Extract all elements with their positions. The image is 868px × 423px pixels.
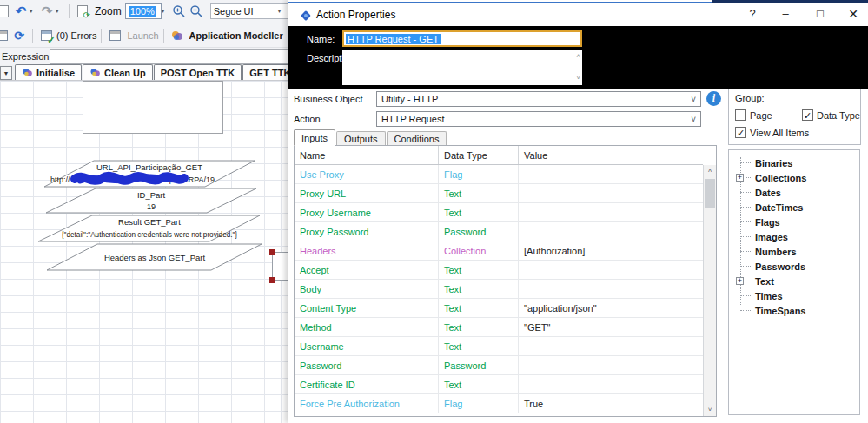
application-modeller-icon[interactable] [169, 27, 186, 44]
table-row[interactable]: Certificate IDText [295, 375, 703, 394]
minimize-button[interactable]: – [775, 4, 796, 23]
sync-icon[interactable]: ⟳ [10, 27, 28, 44]
refresh-page-icon[interactable]: ⟳ [74, 3, 91, 20]
scroll-up-icon[interactable]: ˄ [704, 165, 716, 177]
undo-icon[interactable]: ↶ [12, 3, 30, 20]
help-button[interactable]: ? [742, 4, 763, 23]
table-scrollbar[interactable]: ˄ ˅ [703, 165, 716, 416]
column-name[interactable]: Name [295, 146, 439, 164]
description-textarea[interactable]: ˄ ˅ [342, 50, 582, 85]
scroll-down-icon[interactable]: ˅ [576, 75, 580, 82]
tree-item-timespans[interactable]: TimeSpans [729, 303, 859, 318]
scroll-down-icon[interactable]: ˅ [704, 404, 716, 416]
page-checkbox[interactable] [735, 109, 746, 121]
table-row[interactable]: Content TypeText"application/json" [295, 299, 703, 318]
data-item-idpart[interactable]: ID_Part 19 [46, 188, 256, 213]
cell-value[interactable] [519, 203, 703, 221]
errors-icon[interactable]: ✓ [37, 27, 55, 44]
view-all-items-checkbox[interactable]: ✓ [735, 127, 746, 138]
zoom-out-icon[interactable] [188, 3, 205, 20]
table-row[interactable]: Proxy URLText [295, 184, 703, 203]
expand-icon[interactable]: + [736, 174, 744, 182]
page-tab-clean-up[interactable]: Clean Up [83, 64, 153, 80]
scrollbar-thumb[interactable] [705, 179, 715, 208]
name-input[interactable]: HTTP Request - GET [342, 30, 582, 47]
view-all-items-label[interactable]: View All Items [750, 128, 809, 138]
close-button[interactable]: ✕ [843, 4, 864, 23]
application-modeller-label[interactable]: Application Modeller [189, 30, 283, 41]
cell-value[interactable] [519, 356, 703, 374]
cell-name[interactable]: Use Proxy [295, 165, 439, 183]
column-value[interactable]: Value [519, 146, 703, 164]
scroll-up-icon[interactable]: ˄ [576, 53, 580, 60]
table-row[interactable]: Proxy PasswordPassword [295, 222, 703, 241]
zoom-combo-dropdown-icon[interactable]: ▾ [162, 8, 170, 15]
table-row[interactable]: HeadersCollection[Authorization] [295, 241, 703, 261]
table-row[interactable]: Proxy UsernameText [295, 203, 703, 222]
cell-name[interactable]: Username [295, 337, 439, 355]
selection-handle[interactable] [269, 277, 275, 283]
tree-item-collections[interactable]: +Collections [729, 170, 859, 185]
tree-item-times[interactable]: Times [729, 288, 859, 303]
cell-name[interactable]: Headers [295, 241, 439, 260]
tree-item-dates[interactable]: Dates [729, 185, 859, 200]
cell-name[interactable]: Accept [295, 261, 439, 279]
datatype-checkbox[interactable]: ✓ [802, 109, 813, 121]
tree-item-numbers[interactable]: Numbers [729, 244, 859, 259]
maximize-button[interactable]: □ [810, 4, 831, 23]
datatype-checkbox-label[interactable]: Data Type [817, 110, 860, 121]
tab-inputs[interactable]: Inputs [294, 129, 335, 146]
table-row[interactable]: BodyText [295, 280, 703, 299]
tree-item-images[interactable]: Images [729, 229, 859, 244]
paste-icon[interactable] [0, 3, 12, 20]
page-tab-post-open-ttk[interactable]: POST Open TTK [154, 64, 242, 80]
tree-item-binaries[interactable]: Binaries [729, 155, 859, 170]
tree-item-text[interactable]: +Text [729, 274, 859, 288]
cell-name[interactable]: Proxy Password [295, 222, 439, 241]
tree-item-datetimes[interactable]: DateTimes [729, 200, 859, 215]
redo-dropdown-icon[interactable]: ▾ [56, 8, 64, 15]
zoom-level-combo[interactable]: 100% [125, 3, 162, 19]
cell-name[interactable]: Proxy Username [295, 203, 439, 221]
tree-item-flags[interactable]: Flags [729, 215, 859, 229]
table-row[interactable]: Force Pre AuthorizationFlagTrue [295, 394, 703, 413]
undo-dropdown-icon[interactable]: ▾ [30, 8, 38, 15]
cell-value[interactable] [519, 337, 703, 355]
page-checkbox-label[interactable]: Page [750, 110, 772, 121]
font-name-combo[interactable]: Segoe UI ▾ [210, 3, 290, 19]
cell-value[interactable]: "application/json" [519, 299, 703, 317]
tree-item-passwords[interactable]: Passwords [729, 259, 859, 274]
cell-name[interactable]: Certificate ID [295, 375, 439, 393]
table-row[interactable]: PasswordPassword [295, 356, 703, 375]
cell-value[interactable] [519, 280, 703, 298]
page-tab-initialise[interactable]: Initialise [15, 64, 82, 80]
step-icon[interactable] [0, 27, 10, 44]
process-block[interactable] [83, 82, 223, 134]
column-datatype[interactable]: Data Type [439, 146, 519, 164]
cell-name[interactable]: Password [295, 356, 439, 374]
table-row[interactable]: AcceptText [295, 261, 703, 280]
table-row[interactable]: UsernameText [295, 337, 703, 356]
cell-value[interactable]: [Authorization] [519, 241, 703, 260]
tab-list-dropdown-icon[interactable]: ▼ [0, 66, 12, 80]
cell-value[interactable] [519, 165, 703, 183]
data-item-result[interactable]: Result GET_Part {"detail":"Authenticatio… [38, 215, 260, 241]
action-combo[interactable]: HTTP Request ˅ [376, 111, 701, 127]
tab-conditions[interactable]: Conditions [387, 131, 447, 146]
cell-name[interactable]: Body [295, 280, 439, 298]
cell-value[interactable]: True [519, 394, 703, 413]
cell-name[interactable]: Proxy URL [295, 184, 439, 202]
zoom-in-icon[interactable] [170, 3, 188, 20]
selected-stage[interactable] [269, 249, 288, 283]
cell-value[interactable] [519, 184, 703, 202]
table-row[interactable]: MethodText"GET" [295, 318, 703, 337]
errors-label[interactable]: (0) Errors [56, 30, 96, 41]
table-row[interactable]: Use ProxyFlag [295, 165, 703, 184]
cell-value[interactable] [519, 375, 703, 393]
cell-value[interactable]: "GET" [519, 318, 703, 336]
tab-outputs[interactable]: Outputs [336, 131, 386, 146]
business-object-combo[interactable]: Utility - HTTP ˅ [376, 91, 701, 107]
cell-name[interactable]: Content Type [295, 299, 439, 317]
data-item-url[interactable]: URL_API_Participação_GET http:// riarpar… [44, 161, 255, 187]
data-item-headers[interactable]: Headers as Json GET_Part [47, 244, 262, 270]
